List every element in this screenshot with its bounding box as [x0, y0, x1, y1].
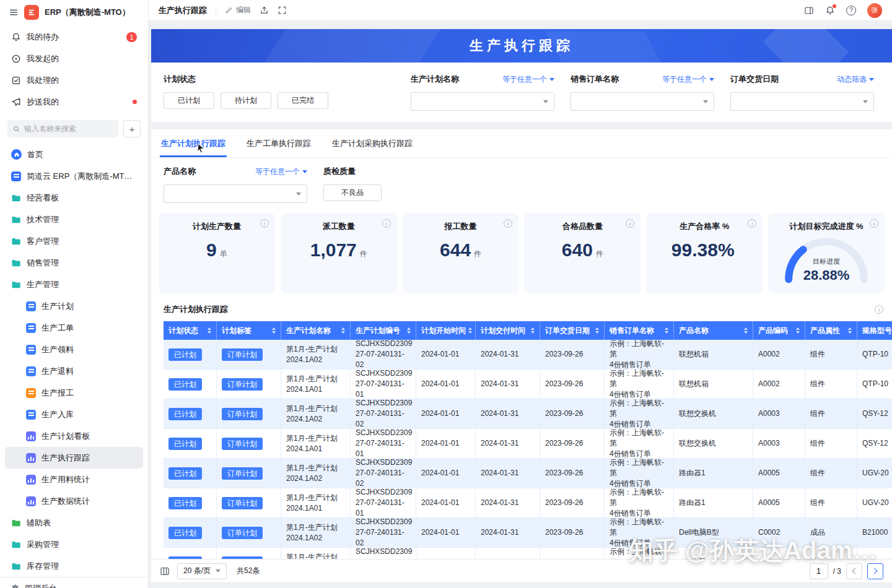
- cell-plan-tag: 订单计划: [217, 370, 281, 399]
- page-size-select[interactable]: 20 条/页: [177, 563, 227, 579]
- sidebar-item-production-data-stats[interactable]: 生产数据统计: [5, 490, 143, 512]
- table-row[interactable]: 已计划 订单计划 第1月-生产计划 2024.1A01 SCJHXSDD2309…: [164, 488, 892, 518]
- next-page-button[interactable]: [867, 563, 883, 579]
- total-count: 共52条: [237, 566, 260, 576]
- cell-plan-status: 已计划: [164, 399, 217, 428]
- info-icon[interactable]: [382, 219, 391, 228]
- sidebar-item-handled-by-me[interactable]: 我处理的: [5, 69, 143, 91]
- sidebar-item-production-workorder[interactable]: 生产工单: [5, 317, 143, 339]
- info-icon[interactable]: [626, 219, 634, 228]
- plan-name-select[interactable]: [411, 92, 554, 111]
- sidebar-item-production-plan-board[interactable]: 生产计划看板: [5, 425, 143, 447]
- table-row[interactable]: 已计划 订单计划 第1月-生产计划 2024.1A02 SCJHXSDD2309…: [164, 399, 892, 429]
- sidebar-item-material-requisition[interactable]: 生产领料: [5, 339, 143, 360]
- sidebar-item-aux-tables[interactable]: 辅助表: [5, 512, 143, 534]
- hamburger-menu-icon[interactable]: [9, 7, 19, 17]
- tab-workorder-execution-tracking[interactable]: 生产工单执行跟踪: [245, 129, 312, 157]
- column-header-delivery-date[interactable]: 订单交货日期: [540, 321, 605, 340]
- column-header-plan-status[interactable]: 计划状态: [164, 321, 217, 340]
- column-header-due-date[interactable]: 计划交付时间: [476, 321, 540, 340]
- sidebar-item-workspace[interactable]: 简道云 ERP（离散制造-MTO）...: [5, 165, 143, 187]
- sidebar-item-inventory-management[interactable]: 库存管理: [5, 555, 143, 577]
- cell-plan-status: 已计划: [164, 488, 217, 517]
- sidebar-item-tech-management[interactable]: 技术管理: [5, 209, 143, 230]
- sales-order-select[interactable]: [571, 92, 714, 111]
- notification-bell-icon[interactable]: [825, 6, 835, 15]
- page-number-input[interactable]: [810, 563, 828, 579]
- defective-filter-button[interactable]: 不良品: [323, 184, 382, 201]
- product-name-operator[interactable]: 等于任意一个: [255, 166, 307, 177]
- sidebar-item-production-execution-tracking[interactable]: 生产执行跟踪: [5, 447, 143, 469]
- column-settings-icon[interactable]: [160, 566, 170, 576]
- search-box[interactable]: [7, 120, 118, 137]
- table-row[interactable]: 已计划 订单计划 第1月-生产计划 2024.1A02 SCJHXSDD2309…: [164, 340, 892, 370]
- product-name-select[interactable]: [164, 184, 307, 203]
- table-row[interactable]: 已计划 订单计划 第1月-生产计划 2024.1A01 SCJHXSDD2309…: [164, 370, 892, 399]
- tab-purchase-execution-tracking[interactable]: 生产计划采购执行跟踪: [331, 129, 414, 157]
- cell-delivery-date: 2023-09-26: [540, 340, 605, 369]
- table-row[interactable]: 已计划 订单计划 第1月-生产计划 2024.1A01 SCJHXSDD2309…: [164, 429, 892, 459]
- info-icon[interactable]: [875, 305, 883, 314]
- admin-console-link[interactable]: 管理后台: [0, 577, 148, 588]
- sidebar-item-sales-management[interactable]: 销售管理: [5, 252, 143, 274]
- info-icon[interactable]: [748, 219, 756, 228]
- plan-name-operator[interactable]: 等于任意一个: [502, 74, 554, 85]
- column-header-product-attr[interactable]: 产品属性: [805, 321, 857, 340]
- sidebar-item-home[interactable]: 首页: [5, 144, 143, 165]
- cell-start-date: 2024-01-01: [416, 340, 476, 369]
- panel-toggle-icon[interactable]: [804, 6, 814, 15]
- cell-plan-name: 第1月-生产计划 2024.1A01: [281, 548, 351, 559]
- sidebar-item-production-plan[interactable]: 生产计划: [5, 295, 143, 317]
- sidebar-item-production-management[interactable]: 生产管理: [5, 274, 143, 295]
- edit-button[interactable]: 编辑: [225, 5, 251, 15]
- search-input[interactable]: [24, 124, 113, 133]
- status-filter-button[interactable]: 已计划: [164, 92, 214, 109]
- table-row[interactable]: 已计划 订单计划 第1月-生产计划 2024.1A02 SCJHXSDD2309…: [164, 518, 892, 548]
- cell-plan-tag: 订单计划: [217, 518, 281, 547]
- sidebar-item-work-report[interactable]: 生产报工: [5, 382, 143, 404]
- column-header-product-code[interactable]: 产品编码: [753, 321, 805, 340]
- fullscreen-icon[interactable]: [278, 6, 287, 15]
- sidebar-item-production-inbound[interactable]: 生产入库: [5, 404, 143, 425]
- column-header-start-date[interactable]: 计划开始时间: [416, 321, 476, 340]
- sidebar-item-my-todo[interactable]: 我的待办 1: [5, 26, 143, 48]
- sidebar-item-material-usage-stats[interactable]: 生产用料统计: [5, 469, 143, 490]
- delivery-date-operator[interactable]: 动态筛选: [837, 74, 874, 85]
- column-header-product-name[interactable]: 产品名称: [674, 321, 753, 340]
- column-header-plan-code[interactable]: 生产计划编号: [351, 321, 416, 340]
- cell-due-date: 2024-01-31: [476, 340, 540, 369]
- plan-name-label: 生产计划名称: [411, 74, 459, 85]
- sidebar-item-purchase-management[interactable]: 采购管理: [5, 534, 143, 555]
- topbar: 生产执行跟踪 编辑 张: [149, 0, 892, 21]
- sidebar-item-cc-to-me[interactable]: 抄送我的: [5, 91, 143, 113]
- cell-sales-order: 示例：上海帆软-第 4份销售订单: [605, 548, 674, 559]
- column-header-plan-name[interactable]: 生产计划名称: [281, 321, 351, 340]
- export-icon[interactable]: [260, 6, 269, 15]
- help-icon[interactable]: [846, 6, 856, 15]
- table-row[interactable]: 已计划 订单计划 第1月-生产计划 2024.1A02 SCJHXSDD2309…: [164, 459, 892, 488]
- delivery-date-select[interactable]: [730, 92, 874, 111]
- cell-spec-model: QTP-10: [857, 370, 892, 399]
- table-row[interactable]: 已计划 订单计划 第1月-生产计划 2024.1A01 SCJHXSDD2309…: [164, 548, 892, 559]
- status-filter-button[interactable]: 待计划: [221, 92, 271, 109]
- prev-page-button[interactable]: [846, 563, 862, 579]
- sidebar-item-customer-management[interactable]: 客户管理: [5, 230, 143, 252]
- sidebar-item-business-dashboard[interactable]: 经营看板: [5, 187, 143, 209]
- user-avatar[interactable]: 张: [867, 3, 882, 18]
- tab-plan-execution-tracking[interactable]: 生产计划执行跟踪: [160, 129, 227, 157]
- folder-icon: [11, 236, 21, 246]
- sidebar-item-material-return[interactable]: 生产退料: [5, 360, 143, 382]
- sort-icon: [272, 327, 276, 334]
- info-icon[interactable]: [260, 219, 269, 228]
- add-app-button[interactable]: [123, 120, 141, 137]
- column-header-plan-tag[interactable]: 计划标签: [217, 321, 281, 340]
- plan-status-options: 已计划待计划已完结: [164, 92, 395, 109]
- status-filter-button[interactable]: 已完结: [278, 92, 328, 109]
- column-header-spec-model[interactable]: 规格型号: [857, 321, 892, 340]
- info-icon[interactable]: [504, 219, 512, 228]
- sidebar-item-initiated-by-me[interactable]: 我发起的: [5, 48, 143, 69]
- sales-order-operator[interactable]: 等于任意一个: [662, 74, 714, 85]
- info-icon[interactable]: [870, 219, 878, 228]
- column-header-sales-order[interactable]: 销售订单名称: [605, 321, 674, 340]
- cell-spec-model: B21000: [857, 548, 892, 559]
